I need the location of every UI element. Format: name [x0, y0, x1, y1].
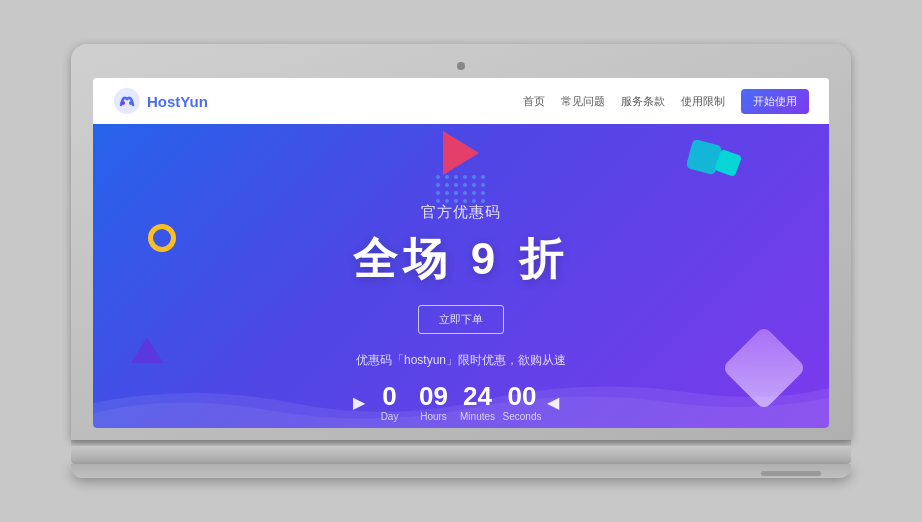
nav-home[interactable]: 首页 — [523, 94, 545, 109]
nav-cta-button[interactable]: 开始使用 — [741, 89, 809, 114]
nav-faq[interactable]: 常见问题 — [561, 94, 605, 109]
shape-dots-left — [436, 175, 486, 203]
shape-triangle-left — [131, 337, 163, 363]
hero-title: 全场 9 折 — [353, 230, 570, 289]
hero-content: 官方优惠码 全场 9 折 立即下单 优惠码「hostyun」限时优惠，欲购从速 … — [353, 203, 570, 422]
hero-subtitle: 官方优惠码 — [353, 203, 570, 222]
countdown-arrow-left: ▶ — [353, 393, 365, 412]
logo: HostYun — [113, 87, 208, 115]
countdown-day-label: Day — [371, 411, 409, 422]
countdown-seconds: 00 Seconds — [503, 383, 542, 422]
countdown-arrow-right: ◀ — [547, 393, 559, 412]
hero-cta-button[interactable]: 立即下单 — [418, 305, 504, 334]
countdown-minutes-num: 24 — [459, 383, 497, 409]
countdown: ▶ 0 Day 09 Hours 24 Minutes — [353, 383, 570, 422]
screen: HostYun 首页 常见问题 服务条款 使用限制 开始使用 — [93, 78, 829, 428]
countdown-minutes-label: Minutes — [459, 411, 497, 422]
countdown-seconds-num: 00 — [503, 383, 542, 409]
shape-yellow-circle — [148, 224, 176, 252]
website: HostYun 首页 常见问题 服务条款 使用限制 开始使用 — [93, 78, 829, 428]
logo-text: HostYun — [147, 93, 208, 110]
camera — [457, 62, 465, 70]
countdown-day-num: 0 — [371, 383, 409, 409]
logo-icon — [113, 87, 141, 115]
svg-point-1 — [121, 101, 125, 105]
svg-point-2 — [129, 101, 133, 105]
svg-point-0 — [114, 88, 140, 114]
nav-limits[interactable]: 使用限制 — [681, 94, 725, 109]
navbar-nav: 首页 常见问题 服务条款 使用限制 开始使用 — [523, 89, 809, 114]
shape-triangle — [443, 131, 479, 175]
logo-text-value: HostYun — [147, 93, 208, 110]
laptop-container: HostYun 首页 常见问题 服务条款 使用限制 开始使用 — [71, 44, 851, 478]
screen-bezel: HostYun 首页 常见问题 服务条款 使用限制 开始使用 — [71, 44, 851, 440]
hero-section: 官方优惠码 全场 9 折 立即下单 优惠码「hostyun」限时优惠，欲购从速 … — [93, 124, 829, 428]
navbar: HostYun 首页 常见问题 服务条款 使用限制 开始使用 — [93, 78, 829, 124]
hero-promo-text: 优惠码「hostyun」限时优惠，欲购从速 — [353, 352, 570, 369]
countdown-minutes: 24 Minutes — [459, 383, 497, 422]
countdown-hours-num: 09 — [415, 383, 453, 409]
countdown-seconds-label: Seconds — [503, 411, 542, 422]
countdown-hours-label: Hours — [415, 411, 453, 422]
laptop-bottom — [71, 464, 851, 478]
countdown-day: 0 Day — [371, 383, 409, 422]
countdown-hours: 09 Hours — [415, 383, 453, 422]
laptop-base — [71, 446, 851, 464]
nav-terms[interactable]: 服务条款 — [621, 94, 665, 109]
